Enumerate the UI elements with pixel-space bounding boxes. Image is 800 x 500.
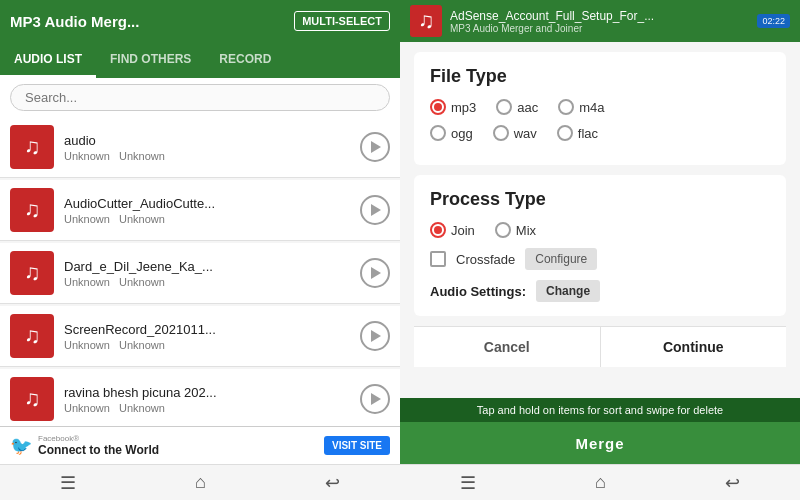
- audio-name: Dard_e_Dil_Jeene_Ka_...: [64, 259, 360, 274]
- change-button[interactable]: Change: [536, 280, 600, 302]
- menu-icon[interactable]: ☰: [60, 472, 76, 494]
- radio-wav[interactable]: wav: [493, 125, 537, 141]
- play-button[interactable]: [360, 195, 390, 225]
- music-icon: ♫: [24, 260, 41, 286]
- top-bar-right: ♫ AdSense_Account_Full_Setup_For_... MP3…: [400, 0, 800, 42]
- radio-aac-label: aac: [517, 100, 538, 115]
- audio-meta: Unknown Unknown: [64, 402, 360, 414]
- audio-name: ScreenRecord_2021011...: [64, 322, 360, 337]
- audio-settings-label: Audio Settings:: [430, 284, 526, 299]
- back-icon-right[interactable]: ↩: [725, 472, 740, 494]
- audio-thumb: ♫: [10, 251, 54, 295]
- radio-mix-label: Mix: [516, 223, 536, 238]
- audio-info: AudioCutter_AudioCutte... Unknown Unknow…: [64, 196, 360, 225]
- visit-site-button[interactable]: VISIT SITE: [324, 436, 390, 455]
- radio-flac[interactable]: flac: [557, 125, 598, 141]
- audio-thumb: ♫: [10, 377, 54, 421]
- tab-find-others[interactable]: FIND OTHERS: [96, 42, 205, 78]
- list-item[interactable]: ♫ ravina bhesh picuna 202... Unknown Unk…: [0, 369, 400, 426]
- top-bar-left: MP3 Audio Merg... MULTI-SELECT: [0, 0, 400, 42]
- bottom-nav-right: ☰ ⌂ ↩: [400, 464, 800, 500]
- tap-hint: Tap and hold on items for sort and swipe…: [400, 398, 800, 422]
- radio-mp3[interactable]: mp3: [430, 99, 476, 115]
- radio-mp3-circle: [430, 99, 446, 115]
- audio-info: audio Unknown Unknown: [64, 133, 360, 162]
- ad-label: Facebook®: [38, 434, 324, 443]
- home-icon[interactable]: ⌂: [195, 472, 206, 493]
- cancel-button[interactable]: Cancel: [414, 327, 601, 367]
- radio-flac-circle: [557, 125, 573, 141]
- play-button[interactable]: [360, 258, 390, 288]
- radio-mix-circle: [495, 222, 511, 238]
- search-input[interactable]: [10, 84, 390, 111]
- menu-icon-right[interactable]: ☰: [460, 472, 476, 494]
- list-item[interactable]: ♫ audio Unknown Unknown: [0, 117, 400, 178]
- dialog-buttons: Cancel Continue: [414, 326, 786, 367]
- process-type-row: Join Mix: [430, 222, 770, 238]
- home-icon-right[interactable]: ⌂: [595, 472, 606, 493]
- process-type-heading: Process Type: [430, 189, 770, 210]
- audio-info: ravina bhesh picuna 202... Unknown Unkno…: [64, 385, 360, 414]
- crossfade-label: Crossfade: [456, 252, 515, 267]
- continue-button[interactable]: Continue: [601, 327, 787, 367]
- list-item[interactable]: ♫ Dard_e_Dil_Jeene_Ka_... Unknown Unknow…: [0, 243, 400, 304]
- audio-meta: Unknown Unknown: [64, 339, 360, 351]
- audio-list: ♫ audio Unknown Unknown ♫ AudioCutter_Au…: [0, 117, 400, 426]
- play-button[interactable]: [360, 132, 390, 162]
- play-button[interactable]: [360, 321, 390, 351]
- file-type-heading: File Type: [430, 66, 770, 87]
- radio-ogg-label: ogg: [451, 126, 473, 141]
- crossfade-row: Crossfade Configure: [430, 248, 770, 270]
- music-note-icon: ♫: [418, 8, 435, 34]
- tabs-bar: AUDIO LIST FIND OTHERS RECORD: [0, 42, 400, 78]
- list-item[interactable]: ♫ AudioCutter_AudioCutte... Unknown Unkn…: [0, 180, 400, 241]
- audio-meta: Unknown Unknown: [64, 150, 360, 162]
- file-type-row-1: mp3 aac m4a: [430, 99, 770, 115]
- timer-badge: 02:22: [757, 14, 790, 28]
- search-bar: [0, 78, 400, 117]
- app-title-left: MP3 Audio Merg...: [10, 13, 139, 30]
- dialog-area: File Type mp3 aac m4a ogg: [400, 42, 800, 398]
- multi-select-button[interactable]: MULTI-SELECT: [294, 11, 390, 31]
- radio-m4a-circle: [558, 99, 574, 115]
- audio-thumb: ♫: [10, 188, 54, 232]
- audio-info: Dard_e_Dil_Jeene_Ka_... Unknown Unknown: [64, 259, 360, 288]
- play-button[interactable]: [360, 384, 390, 414]
- tab-record[interactable]: RECORD: [205, 42, 285, 78]
- radio-join[interactable]: Join: [430, 222, 475, 238]
- audio-name: audio: [64, 133, 360, 148]
- right-panel: ♫ AdSense_Account_Full_Setup_For_... MP3…: [400, 0, 800, 500]
- left-panel: MP3 Audio Merg... MULTI-SELECT AUDIO LIS…: [0, 0, 400, 500]
- radio-wav-label: wav: [514, 126, 537, 141]
- radio-ogg-circle: [430, 125, 446, 141]
- radio-aac-circle: [496, 99, 512, 115]
- radio-flac-label: flac: [578, 126, 598, 141]
- file-type-row-2: ogg wav flac: [430, 125, 770, 141]
- audio-settings-row: Audio Settings: Change: [430, 280, 770, 302]
- list-item[interactable]: ♫ ScreenRecord_2021011... Unknown Unknow…: [0, 306, 400, 367]
- audio-thumb: ♫: [10, 314, 54, 358]
- radio-m4a-label: m4a: [579, 100, 604, 115]
- radio-ogg[interactable]: ogg: [430, 125, 473, 141]
- audio-meta: Unknown Unknown: [64, 213, 360, 225]
- music-icon: ♫: [24, 323, 41, 349]
- radio-aac[interactable]: aac: [496, 99, 538, 115]
- radio-mix[interactable]: Mix: [495, 222, 536, 238]
- music-icon: ♫: [24, 197, 41, 223]
- audio-info: ScreenRecord_2021011... Unknown Unknown: [64, 322, 360, 351]
- file-type-section: File Type mp3 aac m4a ogg: [414, 52, 786, 165]
- merge-button-bar[interactable]: Merge: [400, 422, 800, 464]
- music-icon: ♫: [24, 134, 41, 160]
- audio-thumb: ♫: [10, 125, 54, 169]
- radio-m4a[interactable]: m4a: [558, 99, 604, 115]
- crossfade-checkbox[interactable]: [430, 251, 446, 267]
- back-icon[interactable]: ↩: [325, 472, 340, 494]
- now-playing-thumb: ♫: [410, 5, 442, 37]
- merge-button-label: Merge: [575, 435, 624, 452]
- configure-button[interactable]: Configure: [525, 248, 597, 270]
- radio-mp3-label: mp3: [451, 100, 476, 115]
- ad-bar: 🐦 Facebook® Connect to the World VISIT S…: [0, 426, 400, 464]
- app-title-right: MP3 Audio Merger and Joiner: [450, 23, 757, 34]
- tab-audio-list[interactable]: AUDIO LIST: [0, 42, 96, 78]
- audio-name: ravina bhesh picuna 202...: [64, 385, 360, 400]
